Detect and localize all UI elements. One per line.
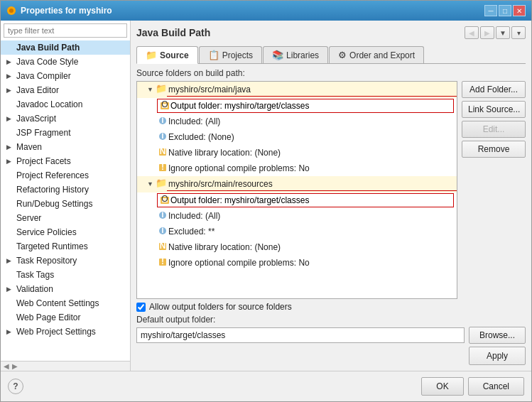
sidebar-label-targeted-runtimes: Targeted Runtimes — [16, 241, 88, 251]
tree-text-src-main-resources: myshiro/src/main/resources — [167, 178, 457, 191]
checkbox-row: Allow output folders for source folders — [136, 302, 526, 312]
nav-back-button[interactable]: ◀ — [465, 26, 479, 39]
output-folder-section: Default output folder: Browse... — [136, 315, 526, 344]
sidebar-item-task-tags[interactable]: Task Tags — [1, 268, 130, 282]
tab-libraries[interactable]: 📚 Libraries — [263, 46, 328, 63]
sidebar-item-task-repository[interactable]: ▶ Task Repository — [1, 254, 130, 268]
sidebar-item-web-project-settings[interactable]: ▶ Web Project Settings — [1, 325, 130, 339]
edit-button[interactable]: Edit... — [462, 121, 526, 138]
expand-arrow: ▶ — [6, 115, 13, 122]
bottom-bar: ? OK Cancel — [1, 371, 531, 401]
sidebar-item-targeted-runtimes[interactable]: Targeted Runtimes — [1, 239, 130, 254]
tree-item-excluded-2[interactable]: i Excluded: ** — [137, 224, 457, 239]
scroll-right-arrow[interactable]: ▶ — [12, 362, 18, 370]
tree-item-included-2[interactable]: i Included: (All) — [137, 208, 457, 224]
sidebar-item-maven[interactable]: ▶ Maven — [1, 140, 130, 154]
sidebar-label-javadoc-location: Javadoc Location — [16, 99, 82, 109]
tree-item-ignore-2[interactable]: ! Ignore optional compile problems: No — [137, 255, 457, 271]
source-section: Source folders on build path: ▼ 📁 myshir… — [136, 68, 526, 365]
panel-title: Java Build Path — [136, 27, 210, 38]
close-button[interactable]: ✕ — [513, 5, 526, 16]
help-button[interactable]: ? — [8, 379, 23, 394]
sidebar-label-java-compiler: Java Compiler — [16, 71, 71, 81]
nav-forward-button[interactable]: ▶ — [480, 26, 494, 39]
sidebar-label-task-repository: Task Repository — [16, 256, 77, 266]
add-folder-button[interactable]: Add Folder... — [462, 81, 526, 98]
tree-item-excluded-1[interactable]: i Excluded: (None) — [137, 129, 457, 145]
sidebar-item-refactoring-history[interactable]: Refactoring History — [1, 183, 130, 197]
sidebar-item-project-references[interactable]: Project References — [1, 168, 130, 183]
output-row: Browse... — [136, 327, 526, 344]
sidebar-item-server[interactable]: Server — [1, 211, 130, 225]
cancel-button[interactable]: Cancel — [468, 377, 524, 396]
sidebar-list: Java Build Path ▶ Java Code Style ▶ Java… — [1, 40, 130, 361]
sidebar-scroll-area: Java Build Path ▶ Java Code Style ▶ Java… — [1, 40, 130, 361]
tree-item-ignore-1[interactable]: ! Ignore optional compile problems: No — [137, 161, 457, 176]
tree-item-native-1[interactable]: N Native library location: (None) — [137, 145, 457, 161]
sidebar-item-service-policies[interactable]: Service Policies — [1, 225, 130, 239]
native-icon-2: N — [157, 241, 168, 252]
tree-item-included-1[interactable]: i Included: (All) — [137, 114, 457, 129]
output-folder-input[interactable] — [136, 327, 465, 343]
sidebar-item-web-content-settings[interactable]: Web Content Settings — [1, 296, 130, 310]
sidebar-item-run-debug[interactable]: Run/Debug Settings — [1, 197, 130, 211]
tree-item-native-2[interactable]: N Native library location: (None) — [137, 239, 457, 255]
sidebar-label-validation: Validation — [16, 284, 53, 294]
sidebar-label-java-code-style: Java Code Style — [16, 57, 78, 67]
tree-item-src-main-java[interactable]: ▼ 📁 myshiro/src/main/java — [137, 82, 457, 98]
main-content: Java Build Path ▶ Java Code Style ▶ Java… — [1, 21, 531, 371]
browse-button[interactable]: Browse... — [469, 327, 526, 344]
ok-button[interactable]: OK — [421, 377, 463, 396]
sidebar-label-project-references: Project References — [16, 170, 89, 180]
sidebar-item-java-code-style[interactable]: ▶ Java Code Style — [1, 55, 130, 69]
minimize-button[interactable]: ─ — [484, 5, 497, 16]
source-tab-icon: 📁 — [146, 50, 157, 60]
source-folders-label: Source folders on build path: — [136, 68, 526, 78]
included-icon-2: i — [157, 210, 168, 221]
sidebar: Java Build Path ▶ Java Code Style ▶ Java… — [1, 21, 131, 371]
tab-source-label: Source — [160, 50, 189, 60]
sidebar-item-javascript[interactable]: ▶ JavaScript — [1, 112, 130, 126]
tree-item-src-main-resources[interactable]: ▼ 📁 myshiro/src/main/resources — [137, 176, 457, 192]
nav-dropdown-button[interactable]: ▾ — [511, 26, 526, 39]
tab-projects[interactable]: 📋 Projects — [199, 46, 262, 63]
tab-source[interactable]: 📁 Source — [136, 46, 198, 64]
sidebar-item-java-editor[interactable]: ▶ Java Editor — [1, 83, 130, 97]
sidebar-label-web-project-settings: Web Project Settings — [16, 327, 96, 337]
tabs-bar: 📁 Source 📋 Projects 📚 Libraries ⚙ Order … — [136, 46, 526, 64]
tab-order-export[interactable]: ⚙ Order and Export — [329, 46, 424, 63]
apply-button[interactable]: Apply — [469, 347, 526, 365]
tree-item-output-1[interactable]: O Output folder: myshiro/target/classes — [157, 99, 454, 113]
svg-text:N: N — [160, 241, 166, 251]
remove-button[interactable]: Remove — [462, 141, 526, 158]
sidebar-item-javadoc-location[interactable]: Javadoc Location — [1, 97, 130, 112]
tree-item-output-2[interactable]: O Output folder: myshiro/target/classes — [157, 193, 454, 207]
maximize-button[interactable]: □ — [499, 5, 511, 16]
tree-expand-icon: ▼ — [147, 83, 156, 96]
tree-text-native-2: Native library location: (None) — [168, 241, 281, 254]
sidebar-label-jsp-fragment: JSP Fragment — [16, 128, 70, 138]
expand-arrow: ▶ — [6, 257, 13, 264]
sidebar-scroll-nav: ◀ ▶ — [1, 361, 130, 371]
scroll-left-arrow[interactable]: ◀ — [4, 362, 9, 370]
nav-down-button[interactable]: ▼ — [496, 26, 510, 39]
sidebar-item-java-compiler[interactable]: ▶ Java Compiler — [1, 69, 130, 83]
filter-input[interactable] — [4, 23, 127, 38]
sidebar-item-project-facets[interactable]: ▶ Project Facets — [1, 154, 130, 168]
svg-text:N: N — [160, 147, 166, 156]
link-source-button[interactable]: Link Source... — [462, 101, 526, 118]
folder-icon: 📁 — [156, 83, 167, 94]
sidebar-item-java-build-path[interactable]: Java Build Path — [1, 40, 130, 55]
allow-output-folders-checkbox[interactable] — [136, 303, 146, 312]
order-tab-icon: ⚙ — [338, 50, 347, 60]
sidebar-item-validation[interactable]: ▶ Validation — [1, 282, 130, 296]
tree-text-excluded-1: Excluded: (None) — [168, 131, 234, 143]
bottom-buttons: OK Cancel — [421, 377, 524, 396]
sidebar-item-jsp-fragment[interactable]: JSP Fragment — [1, 126, 130, 140]
sidebar-item-web-page-editor[interactable]: Web Page Editor — [1, 310, 130, 325]
ignore-icon-2: ! — [157, 256, 168, 268]
source-tree[interactable]: ▼ 📁 myshiro/src/main/java O — [136, 81, 457, 299]
expand-arrow: ▶ — [6, 158, 13, 165]
title-bar-left: Properties for myshiro — [6, 6, 112, 16]
sidebar-label-javascript: JavaScript — [16, 114, 56, 124]
